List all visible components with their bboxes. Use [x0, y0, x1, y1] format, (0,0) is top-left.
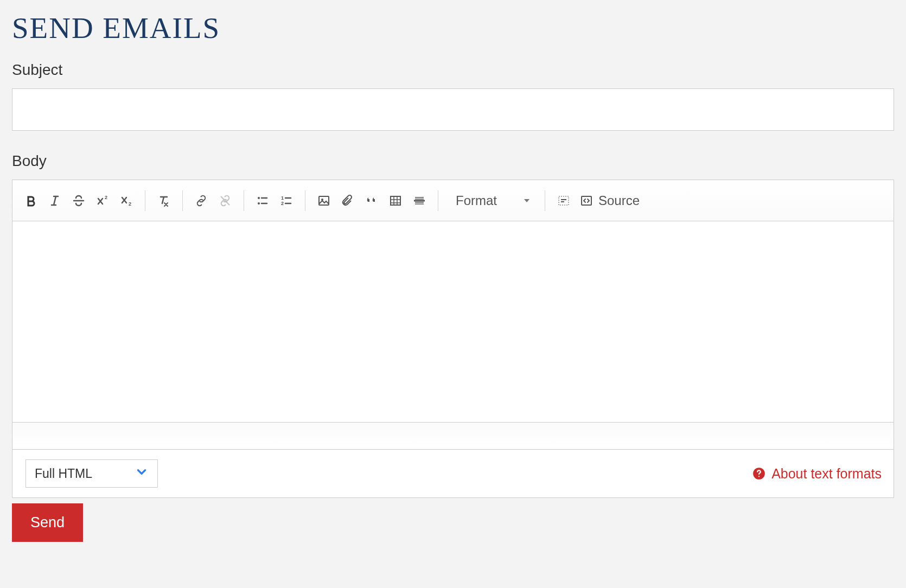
editor-toolbar: 2 2 12	[12, 180, 894, 221]
svg-rect-9	[559, 196, 569, 205]
remove-format-icon[interactable]	[153, 190, 175, 212]
send-button[interactable]: Send	[12, 503, 83, 542]
chevron-down-icon	[135, 465, 149, 482]
subscript-icon[interactable]: 2	[116, 190, 137, 212]
source-button[interactable]: Source	[577, 190, 643, 212]
subject-field-group: Subject	[12, 61, 894, 131]
svg-rect-6	[319, 196, 329, 205]
body-label: Body	[12, 152, 894, 170]
source-label: Source	[598, 193, 640, 208]
unlink-icon	[214, 190, 236, 212]
show-blocks-icon[interactable]	[553, 190, 575, 212]
toolbar-separator	[438, 190, 438, 211]
editor-resize-handle[interactable]	[12, 422, 894, 449]
about-text-formats-link[interactable]: About text formats	[752, 466, 882, 482]
table-icon[interactable]	[385, 190, 406, 212]
svg-text:2: 2	[105, 195, 107, 200]
bullet-list-icon[interactable]	[252, 190, 273, 212]
svg-text:2: 2	[281, 201, 284, 206]
strikethrough-icon[interactable]	[68, 190, 90, 212]
svg-point-2	[258, 197, 260, 199]
text-format-row: Full HTML About text formats	[12, 450, 894, 498]
subject-input[interactable]	[12, 88, 894, 131]
text-format-selected: Full HTML	[35, 466, 92, 481]
superscript-icon[interactable]: 2	[92, 190, 113, 212]
format-dropdown[interactable]: Format	[446, 190, 537, 212]
link-icon[interactable]	[190, 190, 212, 212]
about-text-formats-label: About text formats	[771, 466, 882, 482]
svg-text:1: 1	[281, 195, 284, 201]
svg-rect-10	[582, 196, 591, 205]
page-title: SEND EMAILS	[12, 11, 894, 45]
chevron-down-icon	[524, 199, 529, 202]
rich-text-editor: 2 2 12	[12, 180, 894, 450]
help-icon	[752, 466, 766, 481]
svg-text:2: 2	[129, 201, 131, 207]
italic-icon[interactable]	[44, 190, 66, 212]
toolbar-separator	[305, 190, 305, 211]
image-icon[interactable]	[313, 190, 335, 212]
horizontal-rule-icon[interactable]	[409, 190, 430, 212]
toolbar-separator	[545, 190, 545, 211]
toolbar-separator	[182, 190, 183, 211]
attachment-icon[interactable]	[337, 190, 359, 212]
svg-point-3	[258, 202, 260, 204]
text-format-select[interactable]: Full HTML	[25, 459, 158, 488]
body-field-group: Body 2 2	[12, 152, 894, 498]
numbered-list-icon[interactable]: 12	[276, 190, 297, 212]
bold-icon[interactable]	[20, 190, 42, 212]
body-input[interactable]	[12, 221, 894, 422]
format-dropdown-label: Format	[456, 193, 497, 208]
svg-rect-8	[391, 196, 400, 205]
toolbar-separator	[244, 190, 244, 211]
toolbar-separator	[145, 190, 145, 211]
subject-label: Subject	[12, 61, 894, 79]
blockquote-icon[interactable]	[361, 190, 382, 212]
